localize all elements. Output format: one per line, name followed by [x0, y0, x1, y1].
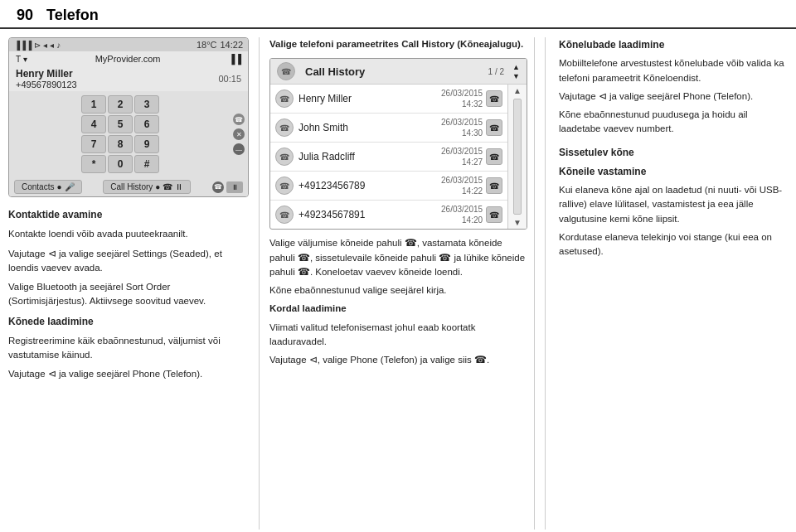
ch-call-btn-3[interactable]: ☎ — [486, 148, 502, 165]
ch-entry-icon-3: ☎ — [275, 148, 294, 166]
ch-entry-3[interactable]: ☎ Julia Radcliff 26/03/2015 14:27 ☎ — [270, 143, 507, 172]
ch-entries-list: ☎ Henry Miller 26/03/2015 14:32 ☎ ☎ John… — [270, 85, 507, 229]
call-end-icon[interactable]: — — [233, 143, 245, 155]
mid-lower-para1: Valige väljumise kõneide pahuli ☎, vasta… — [269, 236, 527, 279]
dial-btn-7[interactable]: 7 — [81, 135, 106, 153]
section1-body1: Kontakte loendi võib avada puuteekraanil… — [8, 227, 249, 241]
ch-call-btn-2[interactable]: ☎ — [486, 119, 502, 136]
signal-bars: ▐▐ — [228, 54, 241, 64]
ch-entry-time-3: 14:27 — [441, 157, 483, 167]
middle-column: Valige telefoni parameetrites Call Histo… — [269, 37, 535, 530]
page-indicator: 1 / 2 — [488, 67, 504, 76]
dial-row-2: 4 5 6 — [12, 114, 228, 134]
left-column: ▐▐▐ ⊳ ◂ ◂ ♪ 18°C 14:22 T ▾ MyProvider.co… — [8, 37, 249, 530]
signal-icon: ▐▐▐ — [14, 41, 32, 50]
call-history-title: Call History — [305, 65, 483, 78]
dial-pad: 1 2 3 4 5 6 7 8 9 * — [9, 91, 248, 177]
right-section2-title: Sissetulev kõne — [559, 147, 634, 158]
right-section2-subtitle: Kõneile vastamine — [559, 166, 646, 177]
mid-top-text: Valige telefoni parameetrites Call Histo… — [269, 37, 527, 51]
right-body-text: Kõnelubade laadimine Mobiiltelefone arve… — [559, 37, 788, 263]
ch-phone-icon: ☎ — [277, 62, 295, 80]
back-icon: ◂ — [50, 41, 54, 50]
ch-entry-1[interactable]: ☎ Henry Miller 26/03/2015 14:32 ☎ — [270, 85, 507, 114]
call-history-icon: ● — [155, 182, 160, 191]
ch-entry-2[interactable]: ☎ John Smith 26/03/2015 14:30 ☎ — [270, 114, 507, 143]
section1-body2: Vajutage ⊲ ja valige seejärel Settings (… — [8, 247, 249, 276]
dial-btn-star[interactable]: * — [81, 155, 106, 173]
ch-entry-time-4: 14:22 — [441, 186, 483, 196]
dial-btn-8[interactable]: 8 — [108, 135, 133, 153]
phone-contact-row: Henry Miller +49567890123 00:15 — [9, 66, 248, 91]
status-right: 18°C 14:22 — [197, 40, 243, 50]
dial-btn-5[interactable]: 5 — [108, 115, 133, 133]
dial-btn-4[interactable]: 4 — [81, 115, 106, 133]
pause-btn[interactable]: ⏸ — [226, 181, 243, 193]
contacts-button[interactable]: Contacts ● 🎤 — [14, 180, 82, 194]
dial-row-3: 7 8 9 — [12, 134, 228, 154]
ch-entry-5[interactable]: ☎ +49234567891 26/03/2015 14:20 ☎ — [270, 201, 507, 229]
call-history-button[interactable]: Call History ● ☎ ⏸ — [103, 180, 191, 194]
page-number: 90 — [17, 7, 33, 24]
call-phone-icon[interactable]: ☎ — [233, 114, 245, 125]
mid-lower-para2: Kõne ebaõnnestunud valige seejärel kirja… — [269, 283, 527, 297]
ch-call-btn-5[interactable]: ☎ — [486, 206, 502, 223]
ch-entry-icon-5: ☎ — [275, 206, 294, 224]
right-section1-body2: Vajutage ⊲ ja valige seejärel Phone (Tel… — [559, 89, 788, 104]
recall-body1: Viimati valitud telefonisemast johul eaa… — [269, 321, 527, 350]
call-history-phone-icon: ☎ — [163, 182, 172, 191]
scroll-up-arrow[interactable]: ▲ — [512, 63, 520, 71]
dial-btn-0[interactable]: 0 — [108, 155, 133, 173]
ch-entry-name-5: +49234567891 — [298, 209, 441, 220]
page-title: Telefon — [46, 7, 99, 24]
ch-call-btn-1[interactable]: ☎ — [486, 90, 502, 107]
bluetooth-icon: ⊳ — [34, 41, 41, 50]
dial-btn-6[interactable]: 6 — [134, 115, 159, 133]
dial-btn-2[interactable]: 2 — [108, 95, 133, 114]
phone-ui-mockup: ▐▐▐ ⊳ ◂ ◂ ♪ 18°C 14:22 T ▾ MyProvider.co… — [8, 37, 249, 197]
scroll-top-arrow[interactable]: ▲ — [512, 85, 523, 97]
ch-scroll-arrows: ▲ ▼ — [512, 63, 520, 80]
status-left-icons: ▐▐▐ ⊳ ◂ ◂ ♪ — [14, 41, 61, 50]
call-mute-icon[interactable]: ✕ — [233, 128, 245, 140]
ch-entry-name-4: +49123456789 — [298, 180, 441, 191]
dial-row-4: * 0 # — [12, 154, 228, 174]
ch-entry-time-1: 14:32 — [441, 99, 483, 109]
call-history-ui: ☎ Call History 1 / 2 ▲ ▼ ☎ Henry Miller … — [269, 58, 527, 230]
call-history-label: Call History — [110, 182, 153, 191]
recall-section-title: Kordal laadimine — [269, 303, 347, 313]
contacts-label: Contacts — [22, 182, 54, 191]
ch-entry-4[interactable]: ☎ +49123456789 26/03/2015 14:22 ☎ — [270, 172, 507, 201]
ch-entry-datetime-1: 26/03/2015 14:32 — [441, 88, 483, 109]
ch-call-btn-4[interactable]: ☎ — [486, 177, 502, 194]
provider-name: MyProvider.com — [95, 54, 161, 64]
time-display: 14:22 — [220, 40, 243, 50]
ch-entry-icon-1: ☎ — [275, 89, 294, 108]
separator-mid-right — [545, 37, 546, 530]
contact-name: Henry Miller — [16, 68, 77, 80]
ch-entry-name-2: John Smith — [298, 122, 441, 133]
ch-entry-datetime-2: 26/03/2015 14:30 — [441, 117, 483, 138]
ch-entry-datetime-3: 26/03/2015 14:27 — [441, 146, 483, 167]
scroll-bottom-arrow[interactable]: ▼ — [512, 216, 523, 229]
section1-title: Kontaktide avamine — [8, 209, 102, 220]
contact-info: Henry Miller +49567890123 — [16, 68, 77, 89]
content-area: ▐▐▐ ⊳ ◂ ◂ ♪ 18°C 14:22 T ▾ MyProvider.co… — [0, 37, 796, 530]
dial-btn-1[interactable]: 1 — [81, 95, 106, 114]
call-history-header: ☎ Call History 1 / 2 ▲ ▼ — [270, 59, 527, 85]
ch-entry-time-5: 14:20 — [441, 215, 483, 225]
bottom-phone-icon[interactable]: ☎ — [212, 181, 224, 193]
section1-body3: Valige Bluetooth ja seejärel Sort Order … — [8, 280, 249, 309]
dial-btn-9[interactable]: 9 — [134, 135, 159, 153]
contacts-mic-icon: 🎤 — [65, 182, 75, 191]
dial-btn-3[interactable]: 3 — [134, 95, 159, 114]
right-section1-body1: Mobiiltelefone arvestustest kõnelubade v… — [559, 56, 788, 85]
recall-body2: Vajutage ⊲, valige Phone (Telefon) ja va… — [269, 353, 527, 367]
left-body-text: Kontaktide avamine Kontakte loendi võib … — [8, 207, 249, 387]
separator-left-mid — [259, 37, 260, 530]
phone-status-bar: ▐▐▐ ⊳ ◂ ◂ ♪ 18°C 14:22 — [9, 38, 248, 51]
call-duration: 00:15 — [218, 74, 241, 84]
call-action-icons: ☎ ✕ — — [233, 94, 245, 174]
dial-btn-hash[interactable]: # — [134, 155, 159, 173]
scroll-down-arrow[interactable]: ▼ — [512, 72, 520, 80]
